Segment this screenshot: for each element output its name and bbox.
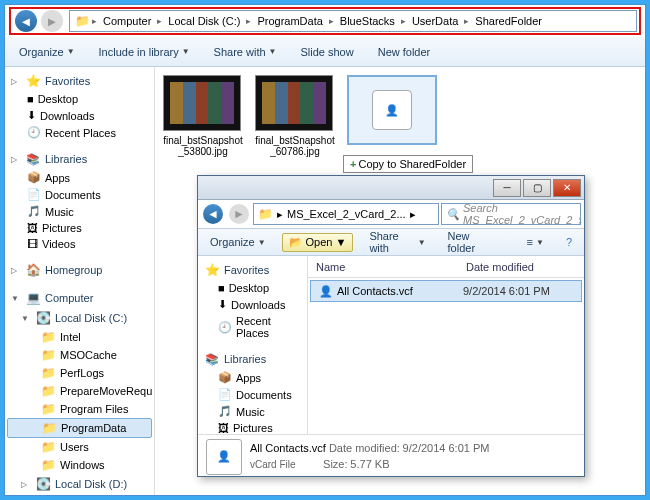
forward-button[interactable]: ►: [41, 10, 63, 32]
forward-button-2[interactable]: ►: [229, 204, 249, 224]
close-button[interactable]: ✕: [553, 179, 581, 197]
disk-c-header[interactable]: ▼Local Disk (C:): [7, 308, 152, 328]
sidebar2-pictures[interactable]: 🖼Pictures: [200, 420, 305, 434]
navigation-pane: ▷Favorites ■Desktop ⬇Downloads 🕘Recent P…: [5, 67, 155, 495]
breadcrumb-2[interactable]: ▸ MS_Excel_2_vCard_2... ▸: [253, 203, 439, 225]
star-icon: [25, 73, 41, 89]
new-folder-button-2[interactable]: New folder: [442, 226, 501, 258]
computer-icon: [25, 290, 41, 306]
organize-button[interactable]: Organize▼: [13, 42, 81, 62]
favorites-header-2[interactable]: Favorites: [200, 260, 305, 280]
toolbar: Organize▼ Include in library▼ Share with…: [5, 37, 645, 67]
crumb-bluestacks[interactable]: BlueStacks: [336, 15, 399, 27]
back-button[interactable]: ◄: [15, 10, 37, 32]
status-type: vCard File: [250, 459, 296, 470]
crumb-userdata[interactable]: UserData: [408, 15, 462, 27]
home-icon: [25, 262, 41, 278]
back-button-2[interactable]: ◄: [203, 204, 223, 224]
view-button[interactable]: ≡▼: [521, 232, 550, 252]
favorites-header[interactable]: ▷Favorites: [7, 71, 152, 91]
vcard-icon: 👤: [372, 90, 412, 130]
sidebar-recent[interactable]: 🕘Recent Places: [7, 124, 152, 141]
crumb-computer[interactable]: Computer: [99, 15, 155, 27]
col-name[interactable]: Name: [316, 261, 466, 273]
file-list: Name Date modified 👤All Contacts.vcf 9/2…: [308, 256, 584, 434]
vcard-small-icon: 👤: [319, 285, 333, 298]
vcard-large-icon: 👤: [206, 439, 242, 475]
file-thumb-1[interactable]: final_bstSnapshot_53800.jpg: [163, 75, 243, 157]
path-text: MS_Excel_2_vCard_2...: [287, 208, 406, 220]
explorer-window-secondary: ─ ▢ ✕ ◄ ► ▸ MS_Excel_2_vCard_2... ▸ 🔍Sea…: [197, 175, 585, 477]
libraries-header[interactable]: ▷Libraries: [7, 149, 152, 169]
sidebar-apps[interactable]: 📦Apps: [7, 169, 152, 186]
computer-header[interactable]: ▼Computer: [7, 288, 152, 308]
drop-target[interactable]: 👤 +Copy to SharedFolder: [347, 75, 437, 145]
breadcrumb[interactable]: ▸ Computer▸ Local Disk (C:)▸ ProgramData…: [69, 10, 637, 32]
disk-e[interactable]: ▷Local Disk (E:): [7, 494, 152, 495]
sidebar2-recent[interactable]: 🕘Recent Places: [200, 313, 305, 341]
file-name: All Contacts.vcf: [337, 285, 413, 297]
toolbar-2: Organize▼ 📂Open▼ Share with▼ New folder …: [198, 228, 584, 256]
thumbnail-image: [163, 75, 241, 131]
folder-preparemove[interactable]: PrepareMoveRequ: [7, 382, 152, 400]
details-pane: 👤 All Contacts.vcf Date modified: 9/2/20…: [198, 434, 584, 478]
sidebar2-music[interactable]: 🎵Music: [200, 403, 305, 420]
folder-perflogs[interactable]: PerfLogs: [7, 364, 152, 382]
navigation-pane-2: Favorites ■Desktop ⬇Downloads 🕘Recent Pl…: [198, 256, 308, 434]
file-label: final_bstSnapshot_60786.jpg: [255, 135, 335, 157]
share-with-button[interactable]: Share with▼: [208, 42, 283, 62]
thumbnail-image: [255, 75, 333, 131]
explorer-window-main: ◄ ► ▸ Computer▸ Local Disk (C:)▸ Program…: [4, 4, 646, 496]
crumb-c[interactable]: Local Disk (C:): [164, 15, 244, 27]
include-library-button[interactable]: Include in library▼: [93, 42, 196, 62]
disk-d[interactable]: ▷Local Disk (D:): [7, 474, 152, 494]
libraries-icon: [25, 151, 41, 167]
sidebar2-apps[interactable]: 📦Apps: [200, 369, 305, 386]
sidebar-documents[interactable]: 📄Documents: [7, 186, 152, 203]
share-with-button-2[interactable]: Share with▼: [363, 226, 431, 258]
folder-users[interactable]: Users: [7, 438, 152, 456]
column-headers[interactable]: Name Date modified: [308, 256, 584, 278]
folder-icon: [258, 207, 273, 221]
disk-icon: [35, 310, 51, 326]
search-input[interactable]: 🔍Search MS_Excel_2_vCard_2_9_2014_18...: [441, 203, 581, 225]
open-button[interactable]: 📂Open▼: [282, 233, 354, 252]
folder-icon: [74, 13, 90, 29]
folder-windows[interactable]: Windows: [7, 456, 152, 474]
address-bar-highlighted: ◄ ► ▸ Computer▸ Local Disk (C:)▸ Program…: [9, 7, 641, 35]
slideshow-button[interactable]: Slide show: [294, 42, 359, 62]
address-bar-2: ◄ ► ▸ MS_Excel_2_vCard_2... ▸ 🔍Search MS…: [198, 200, 584, 228]
col-date[interactable]: Date modified: [466, 261, 576, 273]
titlebar[interactable]: ─ ▢ ✕: [198, 176, 584, 200]
folder-programfiles[interactable]: Program Files: [7, 400, 152, 418]
minimize-button[interactable]: ─: [493, 179, 521, 197]
folder-intel[interactable]: Intel: [7, 328, 152, 346]
status-filename: All Contacts.vcf: [250, 442, 326, 454]
crumb-sharedfolder[interactable]: SharedFolder: [471, 15, 546, 27]
file-label: final_bstSnapshot_53800.jpg: [163, 135, 243, 157]
folder-msocache[interactable]: MSOCache: [7, 346, 152, 364]
sidebar-pictures[interactable]: 🖼Pictures: [7, 220, 152, 236]
sidebar-music[interactable]: 🎵Music: [7, 203, 152, 220]
homegroup-header[interactable]: ▷Homegroup: [7, 260, 152, 280]
libraries-header-2[interactable]: Libraries: [200, 349, 305, 369]
file-thumb-2[interactable]: final_bstSnapshot_60786.jpg: [255, 75, 335, 157]
sidebar2-downloads[interactable]: ⬇Downloads: [200, 296, 305, 313]
maximize-button[interactable]: ▢: [523, 179, 551, 197]
sidebar-downloads[interactable]: ⬇Downloads: [7, 107, 152, 124]
sidebar-desktop[interactable]: ■Desktop: [7, 91, 152, 107]
copy-tooltip: +Copy to SharedFolder: [343, 155, 473, 173]
crumb-programdata[interactable]: ProgramData: [253, 15, 326, 27]
file-row-selected[interactable]: 👤All Contacts.vcf 9/2/2014 6:01 PM: [310, 280, 582, 302]
help-button[interactable]: ?: [560, 232, 578, 252]
file-date: 9/2/2014 6:01 PM: [463, 285, 573, 297]
sidebar2-desktop[interactable]: ■Desktop: [200, 280, 305, 296]
sidebar-videos[interactable]: 🎞Videos: [7, 236, 152, 252]
folder-programdata[interactable]: ProgramData: [7, 418, 152, 438]
sidebar2-documents[interactable]: 📄Documents: [200, 386, 305, 403]
new-folder-button[interactable]: New folder: [372, 42, 437, 62]
organize-button-2[interactable]: Organize▼: [204, 232, 272, 252]
